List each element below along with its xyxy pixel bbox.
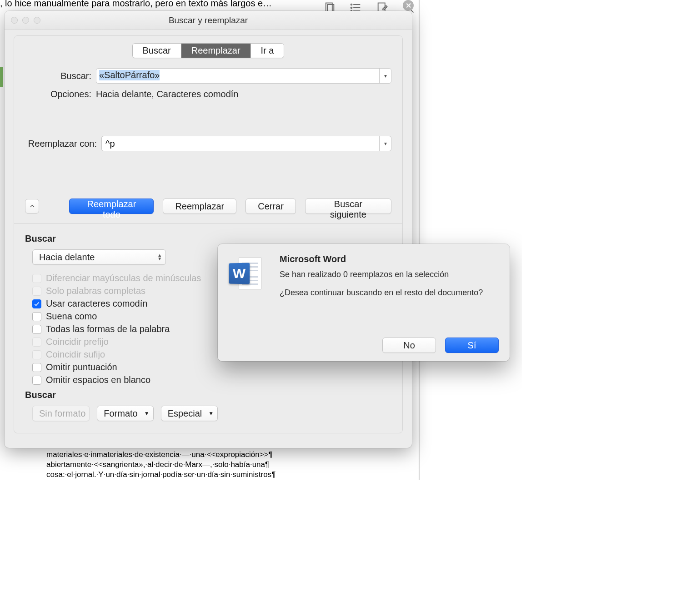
- collapse-toggle[interactable]: [25, 199, 39, 214]
- find-replace-panel: Buscar Reemplazar Ir a Buscar: «SaltoPár…: [14, 35, 403, 433]
- replace-input[interactable]: [102, 136, 379, 151]
- chevron-down-icon: ▼: [208, 410, 214, 417]
- chevron-up-icon: [29, 203, 35, 209]
- find-input[interactable]: «SaltoPárrafo»: [96, 69, 379, 83]
- close-button[interactable]: Cerrar: [245, 199, 296, 214]
- direction-value: Hacia delante: [39, 252, 95, 263]
- word-app-icon: W: [229, 254, 268, 353]
- background-document-text: materiales·e·inmateriales·de·existencia·…: [46, 450, 275, 480]
- replace-all-button[interactable]: Reemplazar todo: [69, 199, 154, 214]
- tab-segment: Buscar Reemplazar Ir a: [132, 43, 285, 58]
- separator: [14, 223, 402, 224]
- replace-combo[interactable]: ▾: [101, 136, 391, 151]
- check-ignore-space[interactable]: Omitir espacios en blanco: [32, 375, 391, 385]
- background-top-text: , lo hice manualmente para mostrarlo, pe…: [0, 0, 272, 9]
- format-select[interactable]: Formato ▼: [97, 406, 153, 421]
- tab-goto[interactable]: Ir a: [251, 44, 284, 58]
- window-title: Buscar y reemplazar: [5, 15, 412, 25]
- direction-select[interactable]: Hacia delante ▲▼: [32, 249, 166, 265]
- check-ignore-punct[interactable]: Omitir puntuación: [32, 362, 391, 373]
- tab-replace[interactable]: Reemplazar: [181, 44, 251, 58]
- tab-search[interactable]: Buscar: [133, 44, 181, 58]
- find-label: Buscar:: [25, 71, 96, 81]
- background-highlight: [0, 67, 3, 87]
- svg-point-6: [351, 7, 352, 8]
- find-combo[interactable]: «SaltoPárrafo» ▾: [96, 68, 391, 84]
- alert-dialog: W Microsoft Word Se han realizado 0 reem…: [218, 244, 510, 361]
- alert-title: Microsoft Word: [280, 254, 499, 264]
- section-search2-title: Buscar: [25, 390, 391, 400]
- section-search-title: Buscar: [25, 233, 391, 244]
- options-label: Opciones:: [25, 89, 96, 99]
- find-next-button[interactable]: Buscar siguiente: [305, 199, 391, 214]
- replace-dropdown-caret[interactable]: ▾: [379, 136, 391, 151]
- background-divider: [419, 0, 420, 480]
- alert-no-button[interactable]: No: [382, 338, 436, 353]
- special-select[interactable]: Especial ▼: [161, 406, 218, 421]
- alert-yes-button[interactable]: Sí: [445, 338, 499, 353]
- no-format-button: Sin formato: [32, 406, 90, 421]
- close-icon[interactable]: ✕: [403, 0, 414, 11]
- svg-point-5: [351, 4, 352, 5]
- chevron-down-icon: ▼: [144, 410, 150, 417]
- replace-button[interactable]: Reemplazar: [163, 199, 236, 214]
- updown-caret-icon: ▲▼: [157, 253, 162, 261]
- options-value: Hacia delante, Caracteres comodín: [96, 89, 239, 99]
- alert-message-2: ¿Desea continuar buscando en el resto de…: [280, 287, 499, 298]
- replace-with-label: Reemplazar con:: [25, 139, 101, 149]
- find-replace-window: Buscar y reemplazar Buscar Reemplazar Ir…: [5, 11, 412, 448]
- find-dropdown-caret[interactable]: ▾: [379, 69, 391, 83]
- alert-message-1: Se han realizado 0 reemplazos en la sele…: [280, 269, 499, 280]
- window-titlebar[interactable]: Buscar y reemplazar: [5, 11, 412, 30]
